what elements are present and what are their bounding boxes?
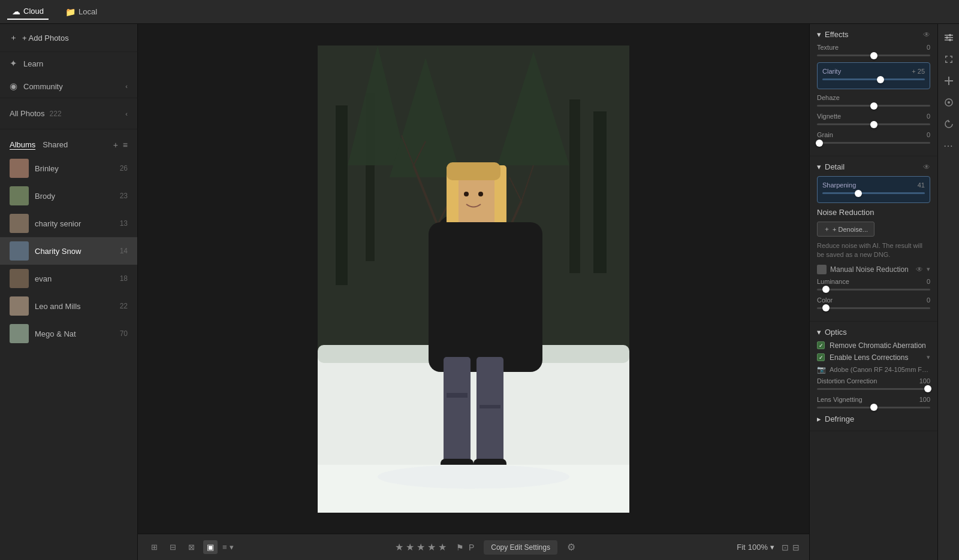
grain-slider-row: Grain 0 [817, 131, 930, 144]
settings-gear-icon[interactable]: ⚙ [567, 541, 575, 553]
manual-nr-expand-icon[interactable]: ▾ [927, 265, 930, 274]
toolbar-right: Fit 100% ▾ ⊡ ⊟ [737, 543, 800, 552]
transform-icon [943, 54, 954, 65]
svg-rect-30 [480, 405, 500, 408]
color-nr-thumb[interactable] [822, 304, 830, 311]
album-item-brinley[interactable]: Brinley 26 [0, 155, 137, 182]
vignette-thumb[interactable] [870, 121, 877, 128]
color-nr-label: Color 0 [817, 296, 930, 304]
effects-eye-icon[interactable]: 👁 [923, 31, 930, 39]
sort-chevron-icon: ▾ [230, 543, 234, 552]
view-grid-btn[interactable]: ⊞ [147, 540, 161, 554]
star-5[interactable]: ★ [438, 541, 447, 553]
tab-shared[interactable]: Shared [43, 140, 68, 150]
photo-viewer[interactable] [138, 24, 809, 534]
fit-zoom-control[interactable]: Fit 100% ▾ [737, 543, 774, 552]
manual-noise-reduction-header[interactable]: Manual Noise Reduction 👁 ▾ [817, 265, 930, 274]
album-item-brody[interactable]: Brody 23 [0, 182, 137, 210]
defringe-header[interactable]: ▸ Defringe [817, 414, 930, 423]
view-split-btn[interactable]: ⊠ [185, 540, 198, 554]
clarity-thumb[interactable] [877, 76, 884, 83]
texture-thumb[interactable] [870, 52, 877, 59]
tab-albums[interactable]: Albums [10, 140, 35, 150]
texture-slider[interactable] [817, 55, 930, 56]
albums-actions: + ≡ [113, 140, 128, 150]
copy-edit-button[interactable]: Copy Edit Settings [484, 540, 557, 555]
add-album-button[interactable]: + [113, 140, 118, 150]
album-item-leo-mills[interactable]: Leo and Mills 22 [0, 292, 137, 320]
flag-button[interactable]: ⚑ [456, 543, 464, 552]
star-4[interactable]: ★ [427, 541, 436, 553]
effects-title: ▾ Effects [817, 30, 849, 39]
community-icon: ◉ [10, 81, 17, 92]
vignette-slider[interactable] [817, 123, 930, 125]
star-rating: ★ ★ ★ ★ ★ [395, 541, 447, 553]
lens-vignette-slider[interactable] [817, 407, 930, 408]
lens-vignette-thumb[interactable] [870, 404, 877, 411]
star-1[interactable]: ★ [395, 541, 403, 553]
svg-rect-6 [593, 111, 607, 273]
zoom-chevron-icon: ▾ [770, 543, 774, 552]
manual-nr-actions: 👁 ▾ [916, 265, 930, 274]
denoise-button[interactable]: ＋ + Denoise... [817, 222, 874, 237]
distortion-thumb[interactable] [924, 385, 931, 392]
layout-buttons: ⊡ ⊟ [782, 543, 800, 552]
dehaze-slider-row: Dehaze [817, 94, 930, 107]
tool-healing[interactable] [940, 72, 958, 90]
album-thumb-mego-nat [10, 324, 29, 343]
star-2[interactable]: ★ [406, 541, 414, 553]
detail-title: ▾ Detail [817, 162, 845, 171]
dehaze-slider[interactable] [817, 105, 930, 107]
lens-checkbox-icon[interactable]: ✓ [817, 353, 825, 361]
sidebar-item-learn[interactable]: ✦ Learn [0, 52, 137, 75]
effects-header[interactable]: ▾ Effects 👁 [817, 30, 930, 39]
all-photos-item[interactable]: All Photos 222 ‹ [0, 104, 137, 123]
plus-icon: ＋ [10, 32, 17, 43]
grain-thumb[interactable] [816, 140, 823, 147]
add-photos-button[interactable]: ＋ + Add Photos [0, 24, 137, 52]
sharpening-thumb[interactable] [855, 190, 862, 197]
detail-header[interactable]: ▾ Detail 👁 [817, 162, 930, 171]
texture-slider-row: Texture 0 [817, 44, 930, 56]
chromatic-aberration-checkbox[interactable]: ✓ Remove Chromatic Aberration [817, 341, 930, 350]
grain-label: Grain 0 [817, 131, 930, 138]
color-nr-slider[interactable] [817, 307, 930, 309]
star-3[interactable]: ★ [417, 541, 425, 553]
lens-dropdown-icon[interactable]: ▾ [927, 353, 930, 361]
tool-more[interactable]: ⋯ [940, 137, 958, 155]
texture-label: Texture 0 [817, 44, 930, 51]
detail-eye-icon[interactable]: 👁 [923, 163, 930, 171]
collapse-optics-icon: ▾ [817, 328, 821, 337]
filmstrip-btn[interactable]: ⊡ [782, 543, 789, 552]
luminance-slider[interactable] [817, 289, 930, 290]
sort-button[interactable]: ≡ ▾ [222, 543, 234, 552]
grain-slider[interactable] [817, 142, 930, 144]
sort-albums-button[interactable]: ≡ [123, 140, 128, 150]
album-item-charity-snow[interactable]: Charity Snow 14 [0, 237, 137, 265]
optics-header[interactable]: ▾ Optics [817, 328, 930, 337]
dehaze-thumb[interactable] [870, 102, 877, 110]
luminance-thumb[interactable] [822, 286, 830, 293]
reject-button[interactable]: P [469, 543, 474, 552]
tool-history[interactable] [940, 115, 958, 133]
album-thumb-evan [10, 269, 29, 288]
clarity-slider[interactable] [822, 78, 925, 80]
tool-presets[interactable] [940, 93, 958, 111]
manual-nr-eye-icon[interactable]: 👁 [916, 265, 923, 274]
view-single-btn[interactable]: ▣ [203, 540, 218, 554]
view-square-btn[interactable]: ⊟ [166, 540, 180, 554]
sidebar-item-community[interactable]: ◉ Community ‹ [0, 75, 137, 98]
tool-adjustments[interactable] [940, 29, 958, 47]
collapse-defringe-icon: ▸ [817, 414, 821, 423]
tool-transform[interactable] [940, 50, 958, 68]
sharpening-slider[interactable] [822, 192, 925, 194]
cloud-tab[interactable]: ☁ Cloud [7, 4, 49, 20]
album-item-mego-nat[interactable]: Mego & Nat 70 [0, 320, 137, 347]
distortion-slider[interactable] [817, 388, 930, 390]
local-tab[interactable]: 📁 Local [61, 5, 102, 19]
compare-btn[interactable]: ⊟ [792, 543, 800, 552]
album-item-charity-senior[interactable]: charity senior 13 [0, 210, 137, 237]
svg-point-38 [949, 34, 951, 37]
album-item-evan[interactable]: evan 18 [0, 265, 137, 292]
enable-lens-row: ✓ Enable Lens Corrections ▾ [817, 353, 930, 362]
